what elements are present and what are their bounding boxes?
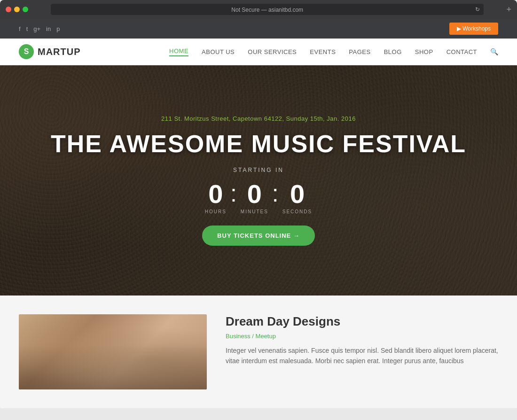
logo-text: MARTUP bbox=[38, 47, 81, 57]
new-tab-button[interactable]: + bbox=[506, 5, 511, 15]
website: f t g+ in p ▶ Workshops S MARTUP HOME AB… bbox=[0, 19, 517, 408]
search-icon[interactable]: 🔍 bbox=[490, 48, 498, 55]
hours-number: 0 bbox=[208, 181, 223, 207]
social-googleplus[interactable]: g+ bbox=[33, 25, 40, 32]
dot-red[interactable] bbox=[6, 7, 11, 12]
social-facebook[interactable]: f bbox=[19, 25, 21, 32]
main-nav: S MARTUP HOME ABOUT US OUR SERVICES EVEN… bbox=[0, 39, 517, 65]
separator-2: : bbox=[268, 182, 282, 205]
nav-events[interactable]: EVENTS bbox=[310, 48, 336, 55]
seconds-label: SECONDS bbox=[282, 209, 312, 214]
event-details: Dream Day Designs Business / Meetup Inte… bbox=[226, 314, 498, 389]
logo-icon: S bbox=[19, 44, 34, 59]
hero-content: 211 St. Moritzus Street, Capetown 64122,… bbox=[0, 65, 517, 296]
nav-links: HOME ABOUT US OUR SERVICES EVENTS PAGES … bbox=[169, 47, 498, 56]
top-bar: f t g+ in p ▶ Workshops bbox=[0, 19, 517, 39]
browser-chrome: Not Secure — asianitbd.com ↻ + bbox=[0, 0, 517, 19]
event-title: Dream Day Designs bbox=[226, 314, 498, 329]
seconds-number: 0 bbox=[290, 181, 305, 207]
countdown-hours: 0 HOURS bbox=[205, 181, 227, 214]
nav-shop[interactable]: SHOP bbox=[415, 48, 433, 55]
workshops-button[interactable]: ▶ Workshops bbox=[449, 23, 498, 35]
logo-area[interactable]: S MARTUP bbox=[19, 44, 81, 59]
hero-section: 211 St. Moritzus Street, Capetown 64122,… bbox=[0, 65, 517, 296]
event-excerpt: Integer vel venenatis sapien. Fusce quis… bbox=[226, 345, 498, 366]
dot-yellow[interactable] bbox=[14, 7, 20, 12]
nav-pages[interactable]: PAGES bbox=[349, 48, 370, 55]
nav-about[interactable]: ABOUT US bbox=[202, 48, 235, 55]
event-image bbox=[19, 314, 207, 389]
nav-home[interactable]: HOME bbox=[169, 47, 188, 56]
separator-1: : bbox=[227, 182, 241, 205]
address-bar[interactable]: Not Secure — asianitbd.com ↻ bbox=[51, 4, 484, 15]
minutes-label: MINUTES bbox=[241, 209, 268, 214]
browser-dots bbox=[6, 7, 28, 12]
minutes-number: 0 bbox=[247, 181, 262, 207]
below-fold-section: Dream Day Designs Business / Meetup Inte… bbox=[0, 296, 517, 408]
tickets-button[interactable]: BUY TICKETS ONLINE → bbox=[202, 226, 315, 246]
reload-icon[interactable]: ↻ bbox=[475, 6, 480, 13]
hero-starting-label: STARTING IN bbox=[233, 167, 284, 173]
countdown: 0 HOURS : 0 MINUTES : 0 SECONDS bbox=[205, 181, 312, 214]
event-category: Business / Meetup bbox=[226, 333, 498, 340]
nav-contact[interactable]: CONTACT bbox=[446, 48, 477, 55]
countdown-seconds: 0 SECONDS bbox=[282, 181, 312, 214]
address-text: Not Secure — asianitbd.com bbox=[231, 7, 303, 13]
hours-label: HOURS bbox=[205, 209, 227, 214]
dot-green-chrome[interactable] bbox=[23, 7, 28, 12]
hero-title: THE AWESOME MUSIC FESTIVAL bbox=[51, 131, 466, 157]
social-twitter[interactable]: t bbox=[26, 25, 28, 32]
social-linkedin[interactable]: in bbox=[46, 25, 51, 32]
nav-services[interactable]: OUR SERVICES bbox=[248, 48, 297, 55]
countdown-minutes: 0 MINUTES bbox=[241, 181, 268, 214]
image-overlay bbox=[19, 314, 207, 389]
nav-blog[interactable]: BLOG bbox=[384, 48, 402, 55]
social-pinterest[interactable]: p bbox=[56, 25, 60, 32]
social-icons: f t g+ in p bbox=[19, 25, 60, 32]
hero-address: 211 St. Moritzus Street, Capetown 64122,… bbox=[161, 115, 356, 122]
